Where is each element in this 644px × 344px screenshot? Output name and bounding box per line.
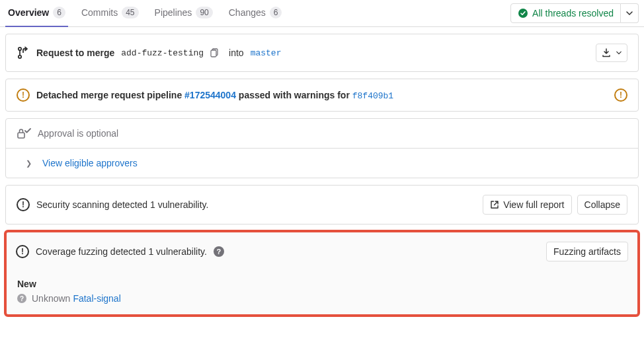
tab-pipelines-count: 90 [196, 7, 212, 18]
download-dropdown-button[interactable] [596, 44, 627, 62]
tab-commits-label: Commits [81, 7, 118, 18]
security-summary: Security scanning detected 1 vulnerabili… [36, 199, 208, 210]
chevron-down-icon [616, 50, 622, 55]
pipeline-panel: ! Detached merge request pipeline #17254… [5, 79, 639, 112]
view-full-report-button[interactable]: View full report [483, 195, 571, 215]
fuzzing-summary: Coverage fuzzing detected 1 vulnerabilit… [36, 246, 207, 257]
help-icon[interactable]: ? [214, 246, 224, 257]
tab-pipelines[interactable]: Pipelines 90 [152, 0, 216, 26]
fuzzing-finding-row: ? Unknown Fatal-signal [17, 293, 627, 304]
pipeline-status: passed with warnings for [239, 90, 350, 100]
merge-request-panel: Request to merge add-fuzz-testing into m… [5, 34, 639, 72]
tab-overview[interactable]: Overview 6 [5, 0, 68, 26]
fuzzing-panel: ! Coverage fuzzing detected 1 vulnerabil… [4, 230, 640, 317]
security-actions: View full report Collapse [483, 195, 627, 215]
finding-severity: Unknown [32, 293, 70, 304]
threads-resolved-label: All threads resolved [532, 8, 614, 18]
security-row: ! Security scanning detected 1 vulnerabi… [6, 186, 638, 224]
merge-request-label: Request to merge [36, 48, 114, 58]
view-eligible-approvers-link[interactable]: View eligible approvers [42, 158, 138, 168]
target-branch[interactable]: master [251, 48, 282, 58]
download-icon [602, 48, 611, 57]
tabs-list: Overview 6 Commits 45 Pipelines 90 Chang… [5, 0, 510, 26]
approval-text: Approval is optional [38, 128, 118, 139]
tab-overview-label: Overview [8, 7, 49, 18]
approvers-row[interactable]: ❯ View eligible approvers [6, 149, 638, 178]
external-link-icon [490, 200, 499, 209]
approval-icon [17, 128, 31, 139]
pipeline-row: ! Detached merge request pipeline #17254… [6, 79, 638, 111]
view-full-report-label: View full report [503, 199, 564, 210]
fuzzing-header: ! Coverage fuzzing detected 1 vulnerabil… [7, 232, 637, 271]
threads-dropdown-button[interactable] [621, 3, 639, 23]
fuzzing-artifacts-button[interactable]: Fuzzing artifacts [546, 242, 628, 261]
tab-commits[interactable]: Commits 45 [79, 0, 141, 26]
threads-resolved-button[interactable]: All threads resolved [510, 3, 621, 23]
svg-point-1 [19, 48, 21, 50]
tab-commits-count: 45 [122, 7, 138, 18]
warning-icon: ! [614, 88, 627, 102]
svg-point-2 [19, 55, 21, 58]
chevron-right-icon: ❯ [26, 159, 32, 168]
threads-resolved-group: All threads resolved [510, 3, 639, 23]
alert-icon: ! [17, 198, 30, 211]
check-icon [24, 127, 31, 134]
merge-request-row: Request to merge add-fuzz-testing into m… [6, 34, 638, 71]
merge-request-icon [17, 46, 30, 59]
source-branch: add-fuzz-testing [121, 48, 204, 58]
finding-link[interactable]: Fatal-signal [73, 293, 120, 304]
pipeline-prefix: Detached merge request pipeline [36, 90, 182, 100]
check-circle-icon [518, 8, 528, 18]
svg-rect-5 [18, 133, 24, 138]
pipeline-sha[interactable]: f8f409b1 [352, 91, 393, 101]
tab-changes-label: Changes [229, 7, 266, 18]
fuzzing-artifacts-label: Fuzzing artifacts [553, 246, 621, 257]
tab-pipelines-label: Pipelines [155, 7, 192, 18]
collapse-button[interactable]: Collapse [577, 195, 627, 215]
chevron-down-icon [626, 10, 633, 17]
pipeline-text: Detached merge request pipeline #1725440… [36, 90, 393, 101]
tab-overview-count: 6 [53, 7, 65, 18]
svg-rect-4 [211, 50, 216, 57]
fuzzing-body: New ? Unknown Fatal-signal [7, 271, 637, 314]
copy-icon[interactable] [210, 48, 220, 57]
mr-tabs-bar: Overview 6 Commits 45 Pipelines 90 Chang… [0, 0, 644, 27]
tab-changes[interactable]: Changes 6 [226, 0, 285, 26]
pipeline-id[interactable]: #172544004 [184, 90, 236, 100]
collapse-label: Collapse [584, 199, 620, 210]
warning-icon: ! [17, 88, 30, 102]
approval-panel: Approval is optional ❯ View eligible app… [5, 118, 639, 178]
alert-icon: ! [16, 245, 29, 258]
tab-changes-count: 6 [270, 7, 282, 18]
into-label: into [229, 48, 244, 58]
fuzzing-new-label: New [17, 279, 627, 289]
security-panel: ! Security scanning detected 1 vulnerabi… [5, 185, 639, 224]
merge-request-info: Request to merge add-fuzz-testing into m… [17, 46, 281, 59]
severity-unknown-icon: ? [17, 294, 26, 303]
approval-row: Approval is optional [6, 119, 638, 148]
